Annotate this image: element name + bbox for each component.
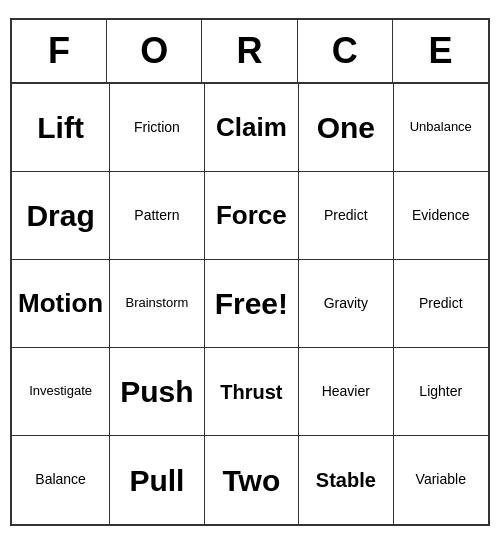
cell-r4-c1: Pull (110, 436, 204, 524)
cell-text: Claim (216, 113, 287, 142)
header-letter: O (107, 20, 202, 82)
cell-r4-c0: Balance (12, 436, 110, 524)
cell-r0-c1: Friction (110, 84, 204, 172)
cell-r2-c4: Predict (394, 260, 488, 348)
cell-text: Lift (37, 111, 84, 144)
bingo-grid: LiftFrictionClaimOneUnbalanceDragPattern… (12, 84, 488, 524)
cell-r1-c3: Predict (299, 172, 393, 260)
cell-text: Drag (26, 199, 94, 232)
cell-r4-c2: Two (205, 436, 299, 524)
cell-text: Lighter (419, 384, 462, 399)
cell-r4-c3: Stable (299, 436, 393, 524)
bingo-card: FORCE LiftFrictionClaimOneUnbalanceDragP… (10, 18, 490, 526)
cell-text: Free! (215, 287, 288, 320)
cell-text: Push (120, 375, 193, 408)
cell-r0-c2: Claim (205, 84, 299, 172)
cell-text: Stable (316, 469, 376, 491)
cell-text: Gravity (324, 296, 368, 311)
cell-r1-c0: Drag (12, 172, 110, 260)
cell-text: Balance (35, 472, 86, 487)
cell-r4-c4: Variable (394, 436, 488, 524)
cell-r3-c1: Push (110, 348, 204, 436)
header-letter: C (298, 20, 393, 82)
cell-text: Two (222, 464, 280, 497)
cell-text: Predict (324, 208, 368, 223)
header-letter: E (393, 20, 488, 82)
cell-text: One (317, 111, 375, 144)
cell-text: Pull (129, 464, 184, 497)
cell-r2-c3: Gravity (299, 260, 393, 348)
cell-text: Friction (134, 120, 180, 135)
header-letter: F (12, 20, 107, 82)
cell-text: Evidence (412, 208, 470, 223)
cell-text: Unbalance (410, 120, 472, 134)
cell-text: Investigate (29, 384, 92, 398)
cell-r0-c3: One (299, 84, 393, 172)
cell-r1-c1: Pattern (110, 172, 204, 260)
cell-r3-c3: Heavier (299, 348, 393, 436)
cell-text: Brainstorm (125, 296, 188, 310)
bingo-header: FORCE (12, 20, 488, 84)
cell-r1-c2: Force (205, 172, 299, 260)
cell-r3-c4: Lighter (394, 348, 488, 436)
cell-text: Variable (416, 472, 466, 487)
cell-text: Force (216, 201, 287, 230)
cell-text: Heavier (322, 384, 370, 399)
cell-r1-c4: Evidence (394, 172, 488, 260)
cell-text: Motion (18, 289, 103, 318)
cell-r2-c1: Brainstorm (110, 260, 204, 348)
cell-r0-c4: Unbalance (394, 84, 488, 172)
cell-r2-c2: Free! (205, 260, 299, 348)
header-letter: R (202, 20, 297, 82)
cell-text: Thrust (220, 381, 282, 403)
cell-text: Pattern (134, 208, 179, 223)
cell-r3-c2: Thrust (205, 348, 299, 436)
cell-r2-c0: Motion (12, 260, 110, 348)
cell-r3-c0: Investigate (12, 348, 110, 436)
cell-r0-c0: Lift (12, 84, 110, 172)
cell-text: Predict (419, 296, 463, 311)
